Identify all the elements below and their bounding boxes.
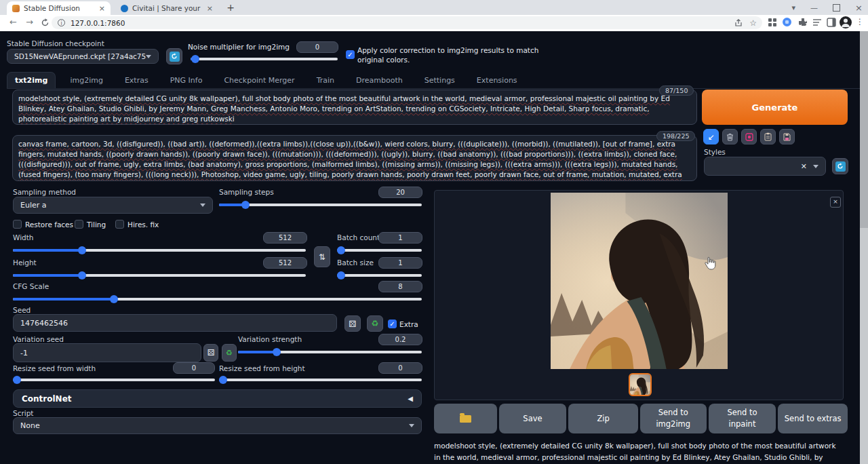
tab-checkpoint-merger[interactable]: Checkpoint Merger <box>216 73 302 88</box>
browser-tab-stable-diffusion[interactable]: Stable Diffusion × <box>7 1 111 15</box>
extra-networks-card-icon <box>745 133 753 141</box>
reload-icon[interactable] <box>41 18 50 27</box>
open-folder-button[interactable] <box>434 404 497 433</box>
recycle-icon: ♻ <box>226 349 233 357</box>
cfg-scale-value[interactable]: 8 <box>378 281 422 292</box>
extension-dot-icon[interactable] <box>783 18 791 26</box>
extra-networks-button[interactable] <box>741 129 757 144</box>
side-panel-icon[interactable] <box>827 18 836 27</box>
zip-button[interactable]: Zip <box>568 404 638 433</box>
variation-strength-label: Variation strength <box>238 335 302 343</box>
profile-avatar[interactable] <box>840 16 852 28</box>
browser-tab-civitai[interactable]: Civitai | Share your models × <box>115 1 218 15</box>
restore-faces-checkbox[interactable] <box>13 220 22 229</box>
window-maximize-icon[interactable] <box>833 4 840 12</box>
send-to-img2img-button[interactable]: Send to img2img <box>640 404 707 433</box>
resize-seed-width-value[interactable]: 0 <box>173 362 215 374</box>
tab-search-chevron-icon[interactable]: ▾ <box>792 3 796 12</box>
height-value[interactable]: 512 <box>263 257 307 269</box>
variation-strength-value[interactable]: 0.2 <box>378 334 422 345</box>
new-tab-button[interactable]: + <box>224 2 237 14</box>
reuse-seed-button[interactable]: ♻ <box>367 315 383 332</box>
random-seed-button[interactable]: ⚄ <box>344 315 361 332</box>
save-style-button[interactable] <box>779 129 795 144</box>
batch-size-slider[interactable] <box>337 271 422 279</box>
checkpoint-refresh-button[interactable] <box>166 48 182 64</box>
extension-grid-icon[interactable] <box>768 18 777 27</box>
prompt-input[interactable]: modelshoot style, (extremely detailed CG… <box>12 90 697 125</box>
browser-menu-icon[interactable]: ⋮ <box>856 17 864 26</box>
variation-reuse-seed-button[interactable]: ♻ <box>222 344 237 362</box>
tab-train[interactable]: Train <box>309 73 342 88</box>
noise-multiplier-label: Noise multiplier for img2img <box>188 43 290 51</box>
batch-count-value[interactable]: 1 <box>378 232 422 244</box>
generated-image[interactable] <box>551 193 728 369</box>
resize-seed-height-slider[interactable] <box>219 375 422 383</box>
send-to-inpaint-button[interactable]: Send to inpaint <box>709 404 776 433</box>
site-info-icon[interactable]: i <box>58 19 65 26</box>
page-scrollbar[interactable] <box>860 31 868 464</box>
resize-seed-height-value[interactable]: 0 <box>378 362 422 374</box>
civitai-favicon <box>121 5 128 12</box>
share-icon[interactable] <box>734 19 743 27</box>
tab-img2img[interactable]: img2img <box>62 73 111 88</box>
color-correction-checkbox[interactable]: ✓ <box>346 50 355 59</box>
bookmark-star-icon[interactable]: ☆ <box>749 18 757 28</box>
clear-styles-icon[interactable]: ✕ <box>801 162 807 171</box>
height-slider[interactable] <box>13 271 306 279</box>
tab-txt2img[interactable]: txt2img <box>7 72 56 88</box>
tab-png-info[interactable]: PNG Info <box>163 73 210 88</box>
tab-extensions[interactable]: Extensions <box>469 73 525 88</box>
swap-dimensions-button[interactable]: ⇅ <box>314 246 330 267</box>
variation-strength-slider[interactable] <box>238 347 422 355</box>
styles-dropdown[interactable]: ✕ <box>704 157 826 176</box>
clear-prompt-button[interactable] <box>722 129 738 144</box>
extensions-puzzle-icon[interactable] <box>798 18 808 27</box>
resize-seed-width-slider[interactable] <box>13 375 215 383</box>
variation-random-seed-button[interactable]: ⚄ <box>203 344 218 362</box>
back-icon[interactable]: ← <box>9 17 17 27</box>
batch-size-value[interactable]: 1 <box>378 257 422 269</box>
hires-fix-checkbox[interactable] <box>115 220 124 229</box>
variation-seed-input[interactable]: -1 <box>13 343 201 362</box>
hires-fix-label: Hires. fix <box>127 220 159 229</box>
generate-button[interactable]: Generate <box>702 90 848 125</box>
sampling-steps-slider[interactable] <box>219 200 422 208</box>
sampling-method-value: Euler a <box>20 201 47 210</box>
tab-extras[interactable]: Extras <box>117 73 156 88</box>
tab-close-icon[interactable]: × <box>207 4 213 13</box>
close-gallery-icon[interactable]: × <box>830 197 841 208</box>
send-to-extras-button[interactable]: Send to extras <box>778 404 848 433</box>
extra-seed-checkbox[interactable]: ✓ <box>388 320 397 328</box>
apply-style-button[interactable] <box>760 129 776 144</box>
batch-count-slider[interactable] <box>337 246 422 254</box>
negative-prompt-input[interactable]: canvas frame, cartoon, 3d, ((disfigured)… <box>12 135 697 181</box>
width-value[interactable]: 512 <box>263 232 307 244</box>
tab-settings[interactable]: Settings <box>417 73 462 88</box>
noise-multiplier-slider[interactable] <box>191 54 338 62</box>
prompt-token-counter: 87/150 <box>659 85 694 96</box>
checkpoint-dropdown[interactable]: SD15NewVAEpruned.ckpt [27a4ac756c] <box>7 49 159 64</box>
width-slider[interactable] <box>13 246 306 254</box>
seed-input[interactable]: 1476462546 <box>13 314 337 332</box>
sampling-steps-value[interactable]: 20 <box>378 187 422 198</box>
scrollbar-thumb[interactable] <box>860 31 868 228</box>
tiling-checkbox[interactable] <box>75 220 83 229</box>
reading-list-icon[interactable] <box>812 18 823 27</box>
save-button[interactable]: Save <box>499 404 567 433</box>
window-close-icon[interactable]: × <box>855 3 863 13</box>
tab-dreambooth[interactable]: Dreambooth <box>349 73 410 88</box>
styles-refresh-button[interactable] <box>832 158 848 174</box>
forward-icon[interactable]: → <box>26 17 33 27</box>
noise-multiplier-value[interactable]: 0 <box>296 41 338 53</box>
tab-close-icon[interactable]: × <box>99 4 105 13</box>
address-bar[interactable]: i 127.0.0.1:7860 ☆ <box>52 16 762 29</box>
sampling-method-dropdown[interactable]: Euler a <box>13 197 213 214</box>
refresh-icon <box>170 52 180 62</box>
gallery-thumbnail[interactable] <box>629 373 652 396</box>
controlnet-accordion[interactable]: ControlNet ◀ <box>13 389 422 408</box>
cfg-scale-slider[interactable] <box>13 294 422 303</box>
window-minimize-icon[interactable]: — <box>810 3 818 12</box>
script-dropdown[interactable]: None <box>13 417 422 434</box>
paste-params-button[interactable]: ↙ <box>703 129 719 144</box>
